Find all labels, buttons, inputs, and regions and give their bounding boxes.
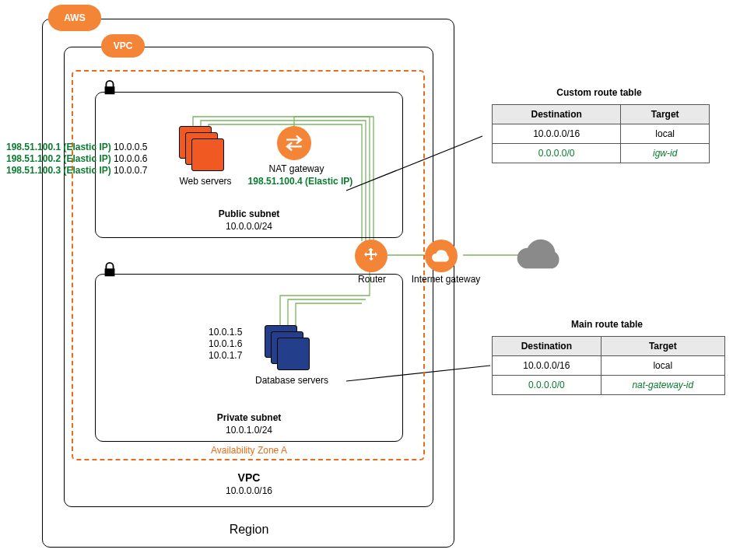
router-icon <box>355 240 388 272</box>
crt-r1-dest: 0.0.0.0/0 <box>493 144 621 163</box>
mrt-r0-target: local <box>601 356 724 376</box>
dbip-0: 10.0.1.5 <box>209 327 242 338</box>
crt-r0-target: local <box>621 124 710 144</box>
db-ip-list: 10.0.1.5 10.0.1.6 10.0.1.7 <box>209 327 242 362</box>
database-servers-label: Database servers <box>241 375 342 386</box>
region-label: Region <box>187 523 311 537</box>
lock-icon <box>101 79 118 99</box>
public-subnet-cidr: 10.0.0.0/24 <box>187 221 311 232</box>
dbip-1: 10.0.1.6 <box>209 338 242 350</box>
eip-2: 198.51.100.3 (Elastic IP) <box>6 165 111 176</box>
custom-route-table: Destination Target 10.0.0.0/16 local 0.0… <box>492 104 710 163</box>
privip-1: 10.0.0.6 <box>114 153 147 164</box>
main-route-table-title: Main route table <box>506 319 708 330</box>
internet-gateway-icon <box>425 240 458 272</box>
privip-2: 10.0.0.7 <box>114 165 147 176</box>
eip-1: 198.51.100.2 (Elastic IP) <box>6 153 111 164</box>
vpc-badge-label: VPC <box>114 40 133 51</box>
nat-gateway-label: NAT gateway <box>261 163 331 174</box>
private-subnet-title: Private subnet <box>187 412 311 423</box>
vpc-label: VPC <box>187 471 311 484</box>
rt-head-dest: Destination <box>493 105 621 124</box>
public-subnet-title: Public subnet <box>187 208 311 219</box>
private-subnet-cidr: 10.0.1.0/24 <box>187 425 311 436</box>
nat-elastic-ip: 198.51.100.4 (Elastic IP) <box>230 176 370 187</box>
mrt-r0-dest: 10.0.0.0/16 <box>493 356 601 376</box>
dbip-2: 10.0.1.7 <box>209 350 242 362</box>
rt-head-dest2: Destination <box>493 337 601 356</box>
crt-r0-dest: 10.0.0.0/16 <box>493 124 621 144</box>
crt-r1-target: igw-id <box>621 144 710 163</box>
rt-head-target: Target <box>621 105 710 124</box>
web-servers-icon <box>179 126 226 173</box>
vpc-cidr: 10.0.0.0/16 <box>187 485 311 496</box>
aws-cloud-icon: AWS <box>48 5 101 31</box>
privip-0: 10.0.0.5 <box>114 142 147 152</box>
eip-0: 198.51.100.1 (Elastic IP) <box>6 142 111 152</box>
vpc-cloud-icon: VPC <box>101 34 145 58</box>
rt-head-target2: Target <box>601 337 724 356</box>
lock-icon <box>101 261 118 281</box>
aws-label: AWS <box>64 12 85 23</box>
custom-route-table-title: Custom route table <box>498 87 700 98</box>
router-label: Router <box>349 274 395 285</box>
nat-gateway-icon <box>277 126 311 160</box>
internet-cloud-icon <box>514 233 566 273</box>
database-servers-icon <box>265 325 311 372</box>
mrt-r1-target: nat-gateway-id <box>601 376 724 395</box>
main-route-table: Destination Target 10.0.0.0/16 local 0.0… <box>492 336 725 395</box>
mrt-r1-dest: 0.0.0.0/0 <box>493 376 601 395</box>
availability-zone-label: Availability Zone A <box>187 445 311 456</box>
elastic-ip-list: 198.51.100.1 (Elastic IP) 10.0.0.5 198.5… <box>6 142 147 177</box>
internet-gateway-label: Internet gateway <box>403 274 489 285</box>
